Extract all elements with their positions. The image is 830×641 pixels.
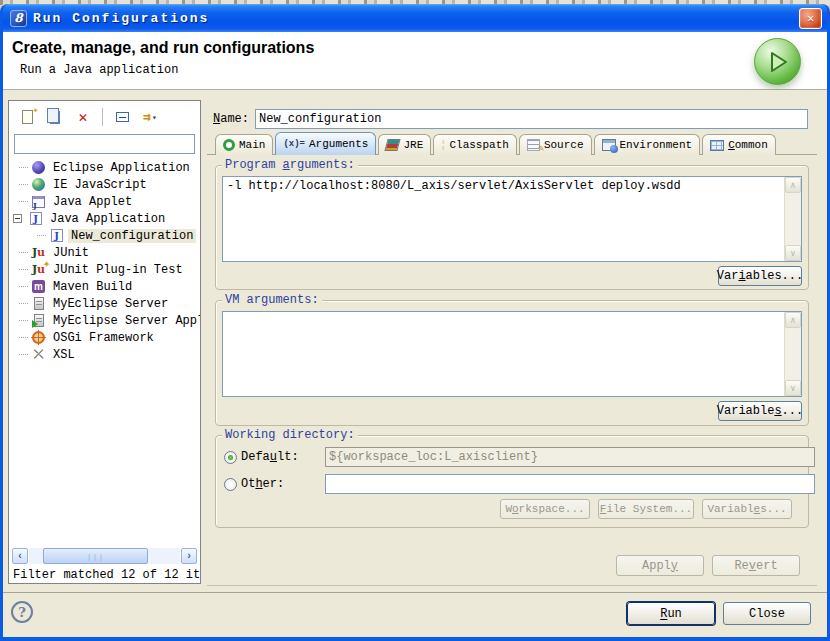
delete-configuration-button[interactable]: ✕ bbox=[71, 105, 95, 129]
filter-status: Filter matched 12 of 12 items bbox=[13, 568, 201, 582]
java-configuration-icon: J bbox=[51, 229, 63, 242]
jre-tab-icon bbox=[385, 139, 401, 151]
tree-item-maven-build[interactable]: m Maven Build bbox=[9, 278, 200, 295]
chevron-down-icon: ▾ bbox=[152, 113, 157, 122]
help-button[interactable]: ? bbox=[11, 601, 33, 623]
scrollbar-thumb[interactable]: ||| bbox=[43, 548, 148, 564]
classpath-tab-icon: ⇩⇧ bbox=[441, 139, 445, 151]
xsl-arrows-icon: ⤫ bbox=[34, 348, 44, 362]
dialog-body: Create, manage, and run configurations R… bbox=[3, 32, 827, 637]
program-arguments-scrollbar[interactable]: ∧ ∨ bbox=[784, 177, 801, 261]
new-configuration-button[interactable]: ✦ bbox=[15, 105, 39, 129]
close-button[interactable]: Close bbox=[723, 602, 811, 625]
environment-tab-icon bbox=[602, 139, 616, 151]
workspace-button[interactable]: Workspace... bbox=[500, 499, 590, 519]
tab-main[interactable]: Main bbox=[215, 134, 273, 155]
vm-arguments-group: VM arguments: ∧ ∨ Variables... bbox=[215, 300, 809, 426]
other-radio[interactable] bbox=[224, 478, 237, 491]
tab-jre[interactable]: JRE bbox=[378, 134, 431, 155]
program-arguments-label: Program arguments: bbox=[222, 158, 358, 172]
tree-item-ie-javascript[interactable]: IE JavaScript bbox=[9, 176, 200, 193]
vm-arguments-textarea[interactable] bbox=[223, 312, 784, 396]
toolbar-separator bbox=[102, 108, 103, 126]
configuration-form: Name: Main (x)= Arguments bbox=[207, 100, 817, 584]
tab-common[interactable]: Common bbox=[702, 134, 776, 155]
scroll-right-arrow[interactable]: › bbox=[181, 548, 197, 564]
horizontal-scrollbar[interactable]: ‹ ||| › bbox=[12, 548, 197, 564]
default-directory-row: Default: bbox=[224, 447, 802, 467]
vm-arguments-scrollbar[interactable]: ∧ ∨ bbox=[784, 312, 801, 396]
junit-icon: Ju bbox=[31, 245, 46, 260]
tree-item-eclipse-application[interactable]: Eclipse Application bbox=[9, 159, 200, 176]
tree-item-java-applet[interactable]: J Java Applet bbox=[9, 193, 200, 210]
program-arguments-field-wrap: -l http://localhost:8080/L_axis/servlet/… bbox=[222, 176, 802, 262]
titlebar[interactable]: 8 Run Configurations ✕ bbox=[3, 4, 827, 32]
header-subtitle: Run a Java application bbox=[3, 57, 827, 77]
tree-item-xsl[interactable]: ⤫ XSL bbox=[9, 346, 200, 363]
revert-button[interactable]: Revert bbox=[712, 555, 800, 576]
scrollbar-track[interactable]: ||| bbox=[29, 548, 180, 564]
program-arguments-textarea[interactable]: -l http://localhost:8080/L_axis/servlet/… bbox=[223, 177, 784, 261]
help-icon: ? bbox=[18, 605, 26, 620]
apply-revert-row: Apply Revert bbox=[616, 555, 800, 576]
scroll-up-arrow[interactable]: ∧ bbox=[785, 312, 801, 328]
tree-item-junit-plugin-test[interactable]: Ju✦ JUnit Plug-in Test bbox=[9, 261, 200, 278]
tab-content-bottom-border bbox=[207, 585, 817, 586]
scroll-down-arrow[interactable]: ∨ bbox=[785, 380, 801, 396]
new-configuration-icon: ✦ bbox=[22, 110, 33, 124]
run-button[interactable]: Run bbox=[627, 602, 715, 625]
server-run-icon bbox=[34, 314, 44, 327]
tab-source[interactable]: Source bbox=[519, 134, 592, 155]
java-applet-icon: J bbox=[32, 196, 45, 208]
other-directory-field[interactable] bbox=[325, 474, 815, 494]
default-radio[interactable] bbox=[224, 451, 237, 464]
window-title: Run Configurations bbox=[33, 11, 209, 26]
filter-menu-button[interactable]: ⇉ ▾ bbox=[138, 105, 162, 129]
tab-environment[interactable]: Environment bbox=[594, 134, 701, 155]
name-input[interactable] bbox=[255, 109, 808, 129]
collapse-expander-icon[interactable] bbox=[13, 214, 22, 223]
other-label: Other: bbox=[241, 477, 307, 491]
eclipse-window-icon: 8 bbox=[10, 10, 27, 27]
tab-classpath[interactable]: ⇩⇧ Classpath bbox=[433, 134, 517, 155]
working-dir-variables-button[interactable]: Variables... bbox=[702, 499, 792, 519]
close-window-button[interactable]: ✕ bbox=[799, 8, 822, 29]
tab-arguments[interactable]: (x)= Arguments bbox=[275, 132, 376, 155]
globe-icon bbox=[32, 178, 45, 191]
tree-item-new-configuration[interactable]: J New_configuration bbox=[9, 227, 200, 244]
name-label: Name: bbox=[213, 112, 249, 126]
tree-item-myeclipse-server-application[interactable]: MyEclipse Server Applic bbox=[9, 312, 200, 329]
header-title: Create, manage, and run configurations bbox=[3, 32, 827, 57]
vm-variables-button[interactable]: Variables... bbox=[718, 401, 802, 421]
eclipse-application-icon bbox=[32, 161, 45, 174]
apply-button[interactable]: Apply bbox=[616, 555, 704, 576]
program-arguments-group: Program arguments: -l http://localhost:8… bbox=[215, 165, 809, 290]
working-directory-group: Working directory: Default: Other: bbox=[215, 435, 809, 528]
scroll-up-arrow[interactable]: ∧ bbox=[785, 177, 801, 193]
scroll-down-arrow[interactable]: ∨ bbox=[785, 245, 801, 261]
tree-item-myeclipse-server[interactable]: MyEclipse Server bbox=[9, 295, 200, 312]
tree-item-junit[interactable]: Ju JUnit bbox=[9, 244, 200, 261]
collapse-all-icon bbox=[116, 112, 129, 122]
delete-icon: ✕ bbox=[78, 108, 87, 127]
filter-icon: ⇉ bbox=[143, 109, 151, 125]
working-directory-label: Working directory: bbox=[222, 428, 358, 442]
file-system-button[interactable]: File System... bbox=[598, 499, 694, 519]
program-variables-button[interactable]: Variables... bbox=[718, 266, 802, 286]
common-tab-icon bbox=[710, 140, 724, 151]
working-directory-buttons: Workspace... File System... Variables... bbox=[500, 499, 792, 519]
run-logo-icon bbox=[754, 38, 801, 85]
server-icon bbox=[34, 297, 44, 310]
maven-icon: m bbox=[32, 280, 45, 293]
screen: 8 Run Configurations ✕ Create, manage, a… bbox=[0, 0, 830, 641]
play-triangle-icon bbox=[767, 51, 789, 73]
other-directory-row: Other: bbox=[224, 474, 802, 494]
tree-item-osgi-framework[interactable]: OSGi Framework bbox=[9, 329, 200, 346]
scroll-left-arrow[interactable]: ‹ bbox=[12, 548, 28, 564]
junit-plugin-icon: Ju✦ bbox=[31, 262, 46, 277]
filter-input[interactable] bbox=[14, 134, 195, 154]
duplicate-configuration-button[interactable] bbox=[43, 105, 67, 129]
tree-item-java-application[interactable]: J Java Application bbox=[9, 210, 200, 227]
collapse-all-button[interactable] bbox=[110, 105, 134, 129]
default-directory-field[interactable] bbox=[325, 447, 815, 467]
